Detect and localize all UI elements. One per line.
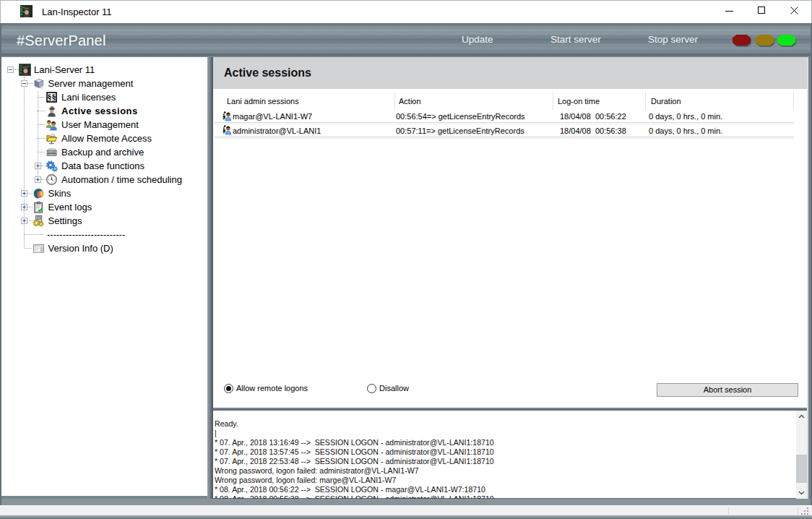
- svg-text:§: §: [51, 93, 56, 103]
